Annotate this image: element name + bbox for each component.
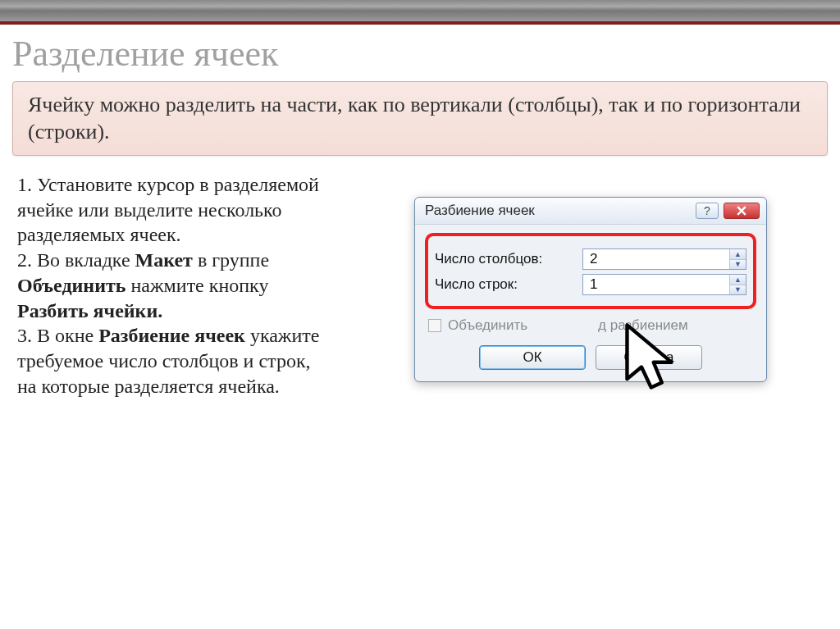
rows-row: Число строк: 1 ▲ ▼ [435, 274, 746, 295]
instructions-text: 1. Установите курсор в разделяемой ячейк… [17, 172, 329, 399]
rows-label: Число строк: [435, 276, 574, 293]
step-3-a: 3. В окне [17, 325, 98, 346]
dialog-body: Число столбцов: 2 ▲ ▼ Число строк: [415, 225, 766, 381]
ok-button[interactable]: ОК [479, 345, 586, 370]
cancel-button[interactable]: Отмена [596, 345, 702, 370]
help-button[interactable]: ? [696, 203, 719, 219]
rows-spin-buttons: ▲ ▼ [729, 275, 746, 294]
step-2-f: Разбить ячейки. [17, 300, 162, 321]
page-title: Разделение ячеек [12, 33, 828, 75]
dialog-titlebar: Разбиение ячеек ? [415, 198, 766, 225]
step-2-a: 2. Во вкладке [17, 249, 135, 271]
rows-spinner[interactable]: 1 ▲ ▼ [582, 274, 746, 295]
close-button[interactable] [724, 203, 760, 219]
columns-up-button[interactable]: ▲ [730, 249, 746, 260]
step-3-b: Разбиение ячеек [98, 325, 245, 346]
merge-checkbox[interactable] [428, 319, 441, 332]
titlebar-buttons: ? [696, 203, 760, 219]
dialog-illustration: Разбиение ячеек ? Число столбцов: [354, 172, 828, 399]
highlight-box: Число столбцов: 2 ▲ ▼ Число строк: [425, 233, 756, 309]
close-icon [737, 206, 746, 216]
columns-spin-buttons: ▲ ▼ [729, 249, 746, 269]
rows-up-button[interactable]: ▲ [730, 275, 746, 285]
slide-content: Разделение ячеек Ячейку можно разделить … [0, 25, 840, 411]
step-1: 1. Установите курсор в разделяемой ячейк… [17, 174, 319, 245]
decorative-top-bar [0, 0, 840, 25]
dialog-button-row: ОК Отмена [425, 345, 756, 370]
dialog-title: Разбиение ячеек [425, 203, 535, 219]
columns-spinner[interactable]: 2 ▲ ▼ [582, 248, 746, 270]
main-row: 1. Установите курсор в разделяемой ячейк… [12, 172, 828, 399]
columns-down-button[interactable]: ▼ [730, 260, 746, 270]
merge-label-before: Объединить [448, 317, 527, 334]
columns-value[interactable]: 2 [583, 249, 729, 269]
step-2-e: нажмите кнопку [126, 275, 269, 296]
merge-label-after: д разбиением [598, 317, 688, 334]
step-2-c: в группе [193, 249, 269, 271]
step-2-d: Объединить [17, 275, 126, 296]
rows-down-button[interactable]: ▼ [730, 285, 746, 295]
step-2-b: Макет [135, 249, 193, 271]
merge-before-row: Объединить д разбиением [428, 317, 756, 334]
split-cells-dialog: Разбиение ячеек ? Число столбцов: [414, 197, 767, 382]
rows-value[interactable]: 1 [583, 275, 729, 294]
intro-callout: Ячейку можно разделить на части, как по … [12, 81, 828, 156]
columns-row: Число столбцов: 2 ▲ ▼ [435, 248, 746, 270]
help-icon: ? [704, 204, 710, 217]
columns-label: Число столбцов: [435, 251, 574, 267]
